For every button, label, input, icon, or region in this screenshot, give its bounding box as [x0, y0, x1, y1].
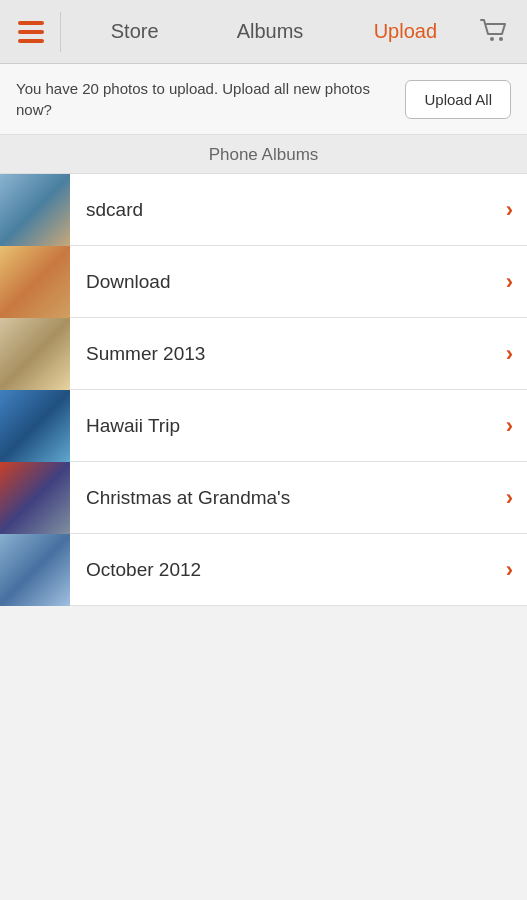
album-name: Hawaii Trip	[70, 415, 506, 437]
nav-upload[interactable]: Upload	[338, 10, 473, 53]
album-name: Christmas at Grandma's	[70, 487, 506, 509]
album-thumbnail	[0, 534, 70, 606]
album-item[interactable]: Summer 2013›	[0, 318, 527, 390]
album-thumbnail	[0, 246, 70, 318]
cart-button[interactable]	[473, 10, 517, 54]
chevron-right-icon: ›	[506, 341, 527, 367]
nav-store[interactable]: Store	[67, 10, 202, 53]
album-name: Summer 2013	[70, 343, 506, 365]
album-item[interactable]: October 2012›	[0, 534, 527, 606]
album-thumbnail	[0, 174, 70, 246]
upload-banner: You have 20 photos to upload. Upload all…	[0, 64, 527, 135]
chevron-right-icon: ›	[506, 413, 527, 439]
section-title: Phone Albums	[0, 135, 527, 174]
album-name: sdcard	[70, 199, 506, 221]
album-item[interactable]: Hawaii Trip›	[0, 390, 527, 462]
cart-icon	[479, 16, 511, 48]
svg-point-1	[499, 37, 503, 41]
upload-banner-text: You have 20 photos to upload. Upload all…	[16, 78, 391, 120]
album-name: Download	[70, 271, 506, 293]
album-list: sdcard›Download›Summer 2013›Hawaii Trip›…	[0, 174, 527, 606]
upload-all-button[interactable]: Upload All	[405, 80, 511, 119]
chevron-right-icon: ›	[506, 269, 527, 295]
header-divider	[60, 12, 61, 52]
album-item[interactable]: Download›	[0, 246, 527, 318]
nav-albums[interactable]: Albums	[202, 10, 337, 53]
chevron-right-icon: ›	[506, 485, 527, 511]
svg-point-0	[490, 37, 494, 41]
hamburger-menu[interactable]	[10, 10, 54, 54]
chevron-right-icon: ›	[506, 197, 527, 223]
album-item[interactable]: Christmas at Grandma's›	[0, 462, 527, 534]
empty-area	[0, 606, 527, 886]
album-item[interactable]: sdcard›	[0, 174, 527, 246]
app-header: Store Albums Upload	[0, 0, 527, 64]
album-thumbnail	[0, 318, 70, 390]
album-thumbnail	[0, 462, 70, 534]
album-name: October 2012	[70, 559, 506, 581]
chevron-right-icon: ›	[506, 557, 527, 583]
album-thumbnail	[0, 390, 70, 462]
